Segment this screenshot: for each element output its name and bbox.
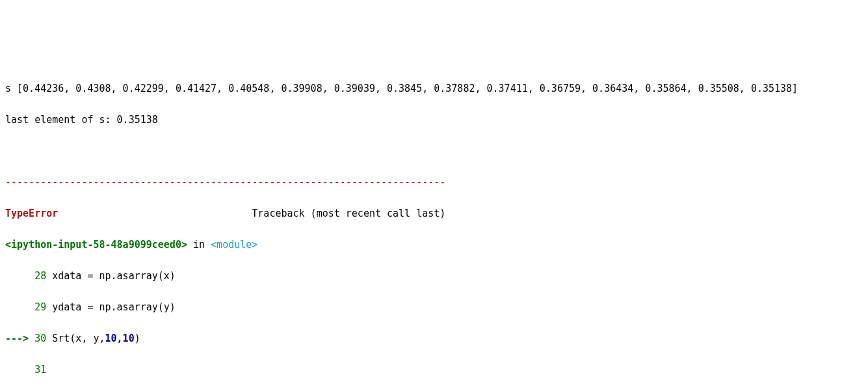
arrow-marker: ---> [5,333,34,344]
stdout-line: s [0.44236, 0.4308, 0.42299, 0.41427, 0.… [5,81,863,96]
frame-header: <ipython-input-58-48a9099ceed0> in <modu… [5,237,863,252]
code-line-28: 28 xdata = np.asarray(x) [5,268,863,284]
traceback-label [58,208,252,219]
frame-source: <ipython-input-58-48a9099ceed0> [5,239,187,251]
line-number: 30 [34,333,52,344]
line-number: 31 [5,364,52,375]
traceback-separator: ----------------------------------------… [5,174,863,190]
blank-line [5,143,863,159]
in-word: in [187,239,211,251]
traceback-label-text: Traceback (most recent call last) [252,208,445,219]
stdout-line: last element of s: 0.35138 [5,112,863,128]
jupyter-output-area: s [0.44236, 0.4308, 0.42299, 0.41427, 0.… [0,62,868,382]
line-number: 29 [5,301,52,313]
error-type: TypeError [5,208,58,219]
code-line-31: 31 [5,362,863,377]
code-line-30-current: ---> 30 Srt(x, y,10,10) [5,331,863,346]
traceback-header: TypeError Traceback (most recent call la… [5,206,863,221]
line-number: 28 [5,270,52,282]
code-line-29: 29 ydata = np.asarray(y) [5,299,863,315]
frame-scope: <module> [211,239,257,251]
